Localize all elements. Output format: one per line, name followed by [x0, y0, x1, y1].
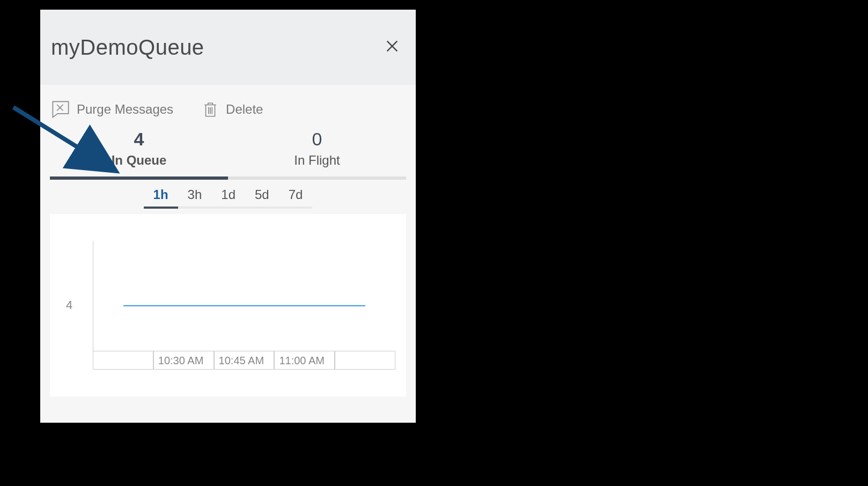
close-button[interactable]: [379, 34, 405, 61]
purge-label: Purge Messages: [77, 102, 173, 117]
delete-label: Delete: [226, 102, 263, 117]
delete-button[interactable]: Delete: [201, 100, 263, 119]
metric-tabs: 4 In Queue 0 In Flight: [50, 129, 406, 180]
time-range-3h[interactable]: 3h: [178, 187, 212, 209]
time-range-7d[interactable]: 7d: [279, 187, 313, 209]
time-range-5d[interactable]: 5d: [245, 187, 279, 209]
x-tick: 10:30 AM: [153, 351, 214, 369]
x-tick: 10:45 AM: [214, 351, 275, 369]
x-tick: [93, 351, 153, 369]
tab-in-queue[interactable]: 4 In Queue: [50, 129, 228, 180]
in-flight-count: 0: [228, 129, 406, 150]
tab-in-flight[interactable]: 0 In Flight: [228, 129, 406, 180]
action-bar: Purge Messages Delete: [40, 85, 416, 129]
queue-detail-panel: myDemoQueue Purge Messages Delete: [40, 10, 416, 423]
chart-plot-area: 10:30 AM 10:45 AM 11:00 AM: [93, 241, 395, 370]
time-range-1d[interactable]: 1d: [211, 187, 245, 209]
queue-title: myDemoQueue: [51, 35, 204, 60]
chart-series-line: [123, 305, 365, 306]
in-flight-label: In Flight: [228, 153, 406, 168]
panel-header: myDemoQueue: [40, 10, 416, 85]
queue-chart: 4 10:30 AM 10:45 AM 11:00 AM: [50, 214, 406, 396]
time-range-1h[interactable]: 1h: [144, 187, 178, 209]
purge-messages-button[interactable]: Purge Messages: [51, 100, 173, 119]
in-queue-count: 4: [50, 129, 228, 150]
x-tick: 11:00 AM: [274, 351, 335, 369]
trash-icon: [201, 100, 219, 119]
x-axis: 10:30 AM 10:45 AM 11:00 AM: [93, 351, 395, 369]
time-range-selector: 1h 3h 1d 5d 7d: [50, 187, 406, 209]
x-tick: [335, 351, 395, 369]
purge-icon: [51, 100, 70, 119]
close-icon: [385, 39, 400, 54]
in-queue-label: In Queue: [50, 153, 228, 168]
y-tick-label: 4: [66, 298, 72, 312]
